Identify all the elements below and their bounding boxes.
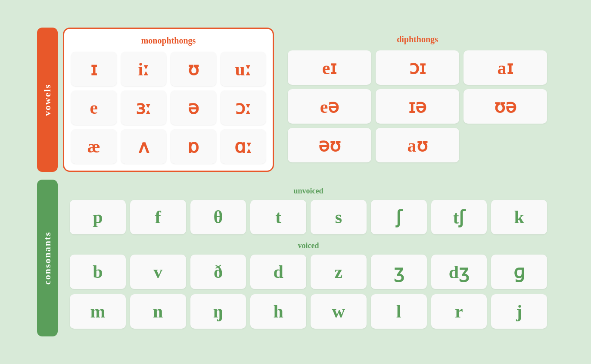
phoneme-cell: ɪ — [71, 52, 117, 86]
phoneme-cell: tʃ — [431, 200, 487, 234]
vowels-content: monophthongs ɪ iː ʊ uː e ɜː ə ɔː æ ʌ ɒ — [63, 28, 554, 172]
monophthongs-grid: ɪ iː ʊ uː e ɜː ə ɔː æ ʌ ɒ ɑː — [71, 52, 266, 164]
phoneme-cell: ʊ — [171, 52, 216, 86]
phoneme-cell: ð — [190, 255, 246, 289]
phoneme-cell: ʒ — [371, 255, 427, 289]
phoneme-cell: ŋ — [190, 294, 246, 329]
phoneme-cell: ɜː — [121, 90, 167, 125]
vowels-label: vowels — [37, 28, 58, 172]
unvoiced-header: unvoiced — [70, 187, 547, 196]
phoneme-cell: θ — [190, 200, 246, 234]
phoneme-cell: r — [431, 294, 487, 329]
phoneme-cell: ɑː — [221, 129, 266, 164]
phoneme-cell: aɪ — [463, 50, 547, 85]
phoneme-cell: ɔː — [221, 90, 266, 125]
diphthongs-panel: diphthongs eɪ ɔɪ aɪ eə ɪə ʊə əʊ aʊ — [281, 28, 554, 172]
phoneme-cell: ɔɪ — [376, 50, 459, 85]
phoneme-cell: e — [71, 90, 117, 125]
phoneme-cell: z — [311, 255, 367, 289]
phoneme-cell: n — [130, 294, 186, 329]
phoneme-cell: d — [250, 255, 306, 289]
phoneme-cell: s — [311, 200, 367, 234]
phoneme-cell: l — [371, 294, 427, 329]
phoneme-cell: p — [70, 200, 126, 234]
consonants-label: consonants — [37, 180, 58, 336]
phoneme-cell: w — [311, 294, 367, 329]
unvoiced-grid: p f θ t s ʃ tʃ k — [70, 200, 547, 234]
phoneme-cell-empty — [463, 128, 547, 162]
voiced-grid: b v ð d z ʒ dʒ ɡ — [70, 255, 547, 289]
consonants-content: unvoiced p f θ t s ʃ tʃ k voiced b v ð d — [63, 180, 554, 336]
monophthongs-panel: monophthongs ɪ iː ʊ uː e ɜː ə ɔː æ ʌ ɒ — [63, 28, 274, 172]
phoneme-cell: əʊ — [288, 128, 371, 162]
voiced-header: voiced — [70, 241, 547, 250]
phoneme-cell: ə — [171, 90, 216, 125]
phoneme-cell: b — [70, 255, 126, 289]
phoneme-cell: ʌ — [121, 129, 167, 164]
vowels-section: vowels monophthongs ɪ iː ʊ uː e ɜː ə ɔː — [37, 28, 554, 172]
phoneme-cell: ɒ — [171, 129, 216, 164]
phoneme-cell: j — [491, 294, 547, 329]
phoneme-cell: uː — [221, 52, 266, 86]
phoneme-cell: m — [70, 294, 126, 329]
phoneme-cell: ʊə — [463, 89, 547, 124]
phoneme-cell: t — [250, 200, 306, 234]
phoneme-cell: ɪə — [376, 89, 459, 124]
main-container: vowels monophthongs ɪ iː ʊ uː e ɜː ə ɔː — [37, 28, 554, 336]
phoneme-cell: iː — [121, 52, 167, 86]
diphthongs-header: diphthongs — [288, 34, 547, 44]
phoneme-cell: ʃ — [371, 200, 427, 234]
phoneme-cell: ɡ — [491, 255, 547, 289]
diphthongs-grid: eɪ ɔɪ aɪ eə ɪə ʊə əʊ aʊ — [288, 50, 547, 162]
phoneme-cell: aʊ — [376, 128, 459, 162]
nasal-grid: m n ŋ h w l r j — [70, 294, 547, 329]
phoneme-cell: æ — [71, 129, 117, 164]
phoneme-cell: eɪ — [288, 50, 371, 85]
phoneme-cell: eə — [288, 89, 371, 124]
consonants-section: consonants unvoiced p f θ t s ʃ tʃ k voi… — [37, 180, 554, 336]
monophthongs-header: monophthongs — [71, 36, 266, 46]
phoneme-cell: k — [491, 200, 547, 234]
phoneme-cell: v — [130, 255, 186, 289]
phoneme-cell: dʒ — [431, 255, 487, 289]
phoneme-cell: f — [130, 200, 186, 234]
phoneme-cell: h — [250, 294, 306, 329]
